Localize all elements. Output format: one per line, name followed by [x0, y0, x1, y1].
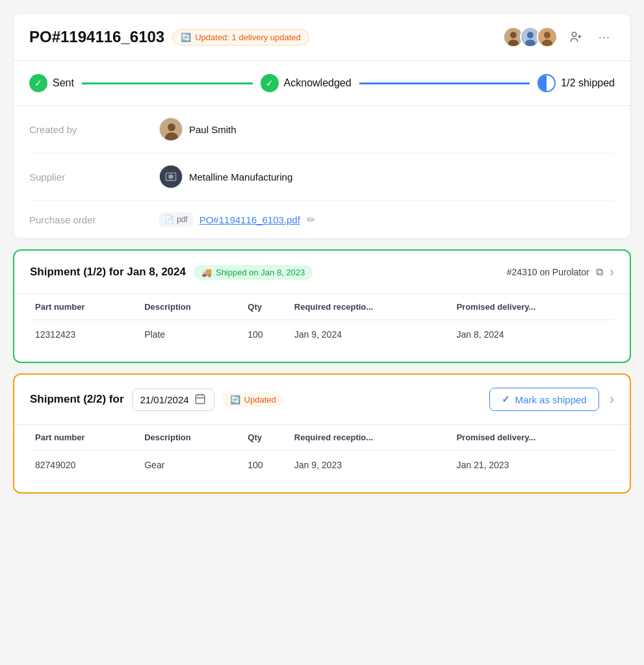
shipment-2-table: Part number Description Qty Required rec… — [30, 425, 614, 479]
shipment-2-table-wrapper: Part number Description Qty Required rec… — [14, 425, 630, 492]
avatar-3[interactable] — [537, 27, 558, 47]
shipped-badge: 🚚 Shipped on Jan 8, 2023 — [194, 265, 313, 280]
cell-part-2: 82749020 — [30, 451, 139, 480]
svg-point-7 — [544, 32, 550, 38]
supplier-logo-img — [160, 165, 182, 188]
shipment-2-header: Shipment (2/2) for 21/01/2024 🔄 Updated … — [14, 375, 630, 425]
pdf-link[interactable]: PO#1194116_6103.pdf — [200, 214, 300, 225]
shipment-1-row-1: 12312423 Plate 100 Jan 9, 2024 Jan 8, 20… — [30, 320, 614, 349]
sent-label: Sent — [53, 77, 74, 89]
col-required-1: Required receptio... — [289, 294, 452, 320]
refresh-icon-2: 🔄 — [230, 395, 240, 405]
shipment-1-chevron[interactable]: › — [610, 264, 614, 281]
header-right: ··· — [503, 27, 615, 47]
cell-required-1: Jan 9, 2024 — [289, 320, 452, 349]
svg-point-13 — [168, 123, 175, 131]
paul-smith-name: Paul Smith — [189, 124, 237, 135]
svg-point-4 — [527, 32, 534, 38]
cell-promised-2: Jan 21, 2023 — [451, 451, 614, 480]
status-shipped: 1/2 shipped — [537, 74, 615, 92]
cell-desc-1: Plate — [139, 320, 242, 349]
add-person-button[interactable] — [565, 27, 586, 47]
edit-icon[interactable]: ✏ — [307, 214, 315, 226]
cell-desc-2: Gear — [139, 451, 242, 480]
col-required-2: Required receptio... — [289, 425, 452, 451]
main-card: PO#1194116_6103 🔄 Updated: 1 delivery up… — [13, 13, 631, 239]
avatar-group — [503, 27, 558, 47]
updated-badge: 🔄 Updated: 1 delivery updated — [172, 29, 309, 45]
info-section: Created by Paul Smith Supplier — [14, 106, 630, 238]
created-by-value: Paul Smith — [159, 118, 237, 141]
status-line-2 — [359, 82, 530, 84]
status-sent: ✓ Sent — [29, 74, 74, 92]
col-promised-2: Promised delivery... — [451, 425, 614, 451]
pdf-label-text: pdf — [177, 215, 188, 224]
shipment-2-title: Shipment (2/2) for — [30, 393, 124, 406]
sent-check-icon: ✓ — [29, 74, 47, 92]
truck-icon: 🚚 — [201, 268, 212, 277]
svg-point-9 — [572, 32, 576, 37]
header-section: PO#1194116_6103 🔄 Updated: 1 delivery up… — [14, 14, 630, 61]
paul-smith-avatar-img — [160, 118, 183, 141]
refresh-icon: 🔄 — [181, 32, 191, 42]
mark-shipped-label: Mark as shipped — [515, 394, 587, 405]
supplier-label: Supplier — [29, 171, 159, 182]
supplier-row: Supplier Metalline Manufacturing — [29, 153, 615, 201]
cell-qty-2: 100 — [242, 451, 289, 480]
calendar-icon — [194, 393, 206, 407]
created-by-row: Created by Paul Smith — [29, 106, 615, 153]
mark-as-shipped-button[interactable]: ✓ Mark as shipped — [489, 388, 599, 411]
cell-required-2: Jan 9, 2023 — [289, 451, 452, 480]
paul-smith-avatar — [159, 118, 183, 141]
tracking-info: #24310 on Purolator ⧉ › — [507, 264, 614, 281]
purchase-order-value: 📄 pdf PO#1194116_6103.pdf ✏ — [159, 212, 315, 227]
shipment-1-table: Part number Description Qty Required rec… — [30, 294, 614, 349]
shipment-2-card: Shipment (2/2) for 21/01/2024 🔄 Updated … — [13, 373, 631, 494]
col-promised-1: Promised delivery... — [451, 294, 614, 320]
col-qty-1: Qty — [242, 294, 289, 320]
shipment-1-title: Shipment (1/2) for Jan 8, 2024 — [30, 266, 186, 279]
checkmark-icon: ✓ — [502, 394, 510, 405]
shipment-2-date-input[interactable]: 21/01/2024 — [132, 388, 214, 411]
svg-rect-19 — [196, 395, 205, 404]
more-options-button[interactable]: ··· — [594, 27, 615, 47]
avatar-3-img — [538, 28, 556, 46]
supplier-value: Metalline Manufacturing — [159, 165, 292, 188]
shipment-2-row-1: 82749020 Gear 100 Jan 9, 2023 Jan 21, 20… — [30, 451, 614, 480]
shipment-2-chevron[interactable]: › — [610, 391, 614, 408]
shipped-badge-text: Shipped on Jan 8, 2023 — [216, 268, 305, 277]
cell-part-1: 12312423 — [30, 320, 139, 349]
purchase-order-row: Purchase order 📄 pdf PO#1194116_6103.pdf… — [29, 201, 615, 238]
tracking-number: #24310 on Purolator — [507, 267, 589, 277]
po-title: PO#1194116_6103 — [29, 28, 164, 46]
copy-icon[interactable]: ⧉ — [596, 266, 603, 278]
svg-point-1 — [510, 32, 517, 38]
pdf-badge: 📄 pdf — [159, 212, 193, 227]
shipment-1-card: Shipment (1/2) for Jan 8, 2024 🚚 Shipped… — [13, 249, 631, 363]
col-qty-2: Qty — [242, 425, 289, 451]
created-by-label: Created by — [29, 124, 159, 135]
shipment-1-table-header: Part number Description Qty Required rec… — [30, 294, 614, 320]
cell-qty-1: 100 — [242, 320, 289, 349]
shipment-2-table-header: Part number Description Qty Required rec… — [30, 425, 614, 451]
status-acknowledged: ✓ Acknowledged — [261, 74, 352, 92]
col-part-number-2: Part number — [30, 425, 139, 451]
add-person-icon — [569, 31, 582, 44]
acknowledged-label: Acknowledged — [284, 77, 352, 89]
shipped-label: 1/2 shipped — [561, 77, 615, 89]
shipment-1-table-wrapper: Part number Description Qty Required rec… — [14, 294, 630, 362]
pdf-doc-icon: 📄 — [164, 215, 174, 224]
col-part-number-1: Part number — [30, 294, 139, 320]
header-left: PO#1194116_6103 🔄 Updated: 1 delivery up… — [29, 28, 309, 46]
purchase-order-label: Purchase order — [29, 214, 159, 225]
updated-badge-text: Updated: 1 delivery updated — [195, 32, 301, 42]
supplier-name: Metalline Manufacturing — [189, 171, 292, 182]
col-description-1: Description — [139, 294, 242, 320]
shipment-2-updated-badge: 🔄 Updated — [222, 392, 284, 407]
cell-promised-1: Jan 8, 2024 — [451, 320, 614, 349]
date-value: 21/01/2024 — [140, 394, 189, 405]
shipment-1-header: Shipment (1/2) for Jan 8, 2024 🚚 Shipped… — [14, 251, 630, 294]
shipped-half-icon — [537, 74, 556, 92]
acknowledged-check-icon: ✓ — [261, 74, 279, 92]
supplier-logo — [159, 165, 183, 188]
